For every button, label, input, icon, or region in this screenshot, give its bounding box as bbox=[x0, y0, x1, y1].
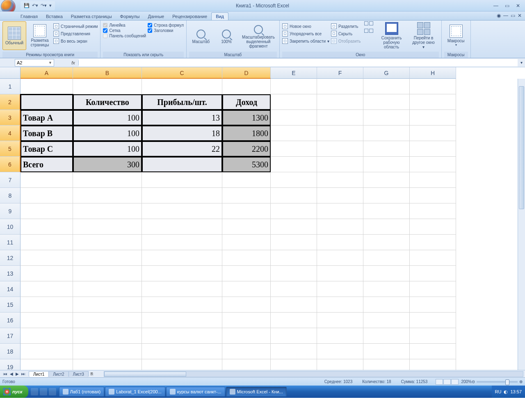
row-header-11[interactable]: 11 bbox=[0, 235, 21, 250]
cell-A18[interactable] bbox=[21, 344, 73, 359]
cell-B3[interactable]: 100 bbox=[73, 110, 142, 126]
cell-D15[interactable] bbox=[222, 297, 271, 313]
cell-A3[interactable]: Товар А bbox=[21, 110, 73, 126]
message-bar-checkbox[interactable]: Панель сообщений bbox=[103, 34, 146, 38]
cell-D13[interactable] bbox=[222, 266, 271, 281]
cell-E9[interactable] bbox=[271, 203, 317, 219]
cell-E14[interactable] bbox=[271, 281, 317, 297]
cell-H15[interactable] bbox=[410, 297, 456, 313]
cell-D5[interactable]: 2200 bbox=[222, 141, 271, 157]
cell-F11[interactable] bbox=[317, 235, 363, 250]
cell-D1[interactable] bbox=[222, 79, 271, 94]
cell-A17[interactable] bbox=[21, 328, 73, 344]
cell-E5[interactable] bbox=[271, 141, 317, 157]
ql-desktop-icon[interactable] bbox=[40, 388, 47, 395]
row-header-6[interactable]: 6 bbox=[0, 157, 21, 172]
cell-F6[interactable] bbox=[317, 157, 363, 172]
cell-F5[interactable] bbox=[317, 141, 363, 157]
cell-D10[interactable] bbox=[222, 219, 271, 235]
col-header-G[interactable]: G bbox=[363, 67, 410, 79]
qat-redo-icon[interactable]: ↷▾ bbox=[41, 3, 47, 8]
start-button[interactable]: пуск bbox=[0, 386, 28, 398]
ql-ie-icon[interactable] bbox=[31, 388, 38, 395]
col-header-F[interactable]: F bbox=[317, 67, 363, 79]
cell-D9[interactable] bbox=[222, 203, 271, 219]
row-header-10[interactable]: 10 bbox=[0, 219, 21, 235]
zoom-level[interactable]: 200% bbox=[461, 379, 472, 384]
cell-B4[interactable]: 100 bbox=[73, 126, 142, 141]
view-page-layout-icon[interactable] bbox=[443, 379, 451, 385]
office-button[interactable] bbox=[1, 0, 16, 11]
cell-B11[interactable] bbox=[73, 235, 142, 250]
page-break-button[interactable]: Страничный режим bbox=[53, 23, 98, 30]
cell-H16[interactable] bbox=[410, 313, 456, 328]
cell-A16[interactable] bbox=[21, 313, 73, 328]
cell-A15[interactable] bbox=[21, 297, 73, 313]
vertical-scrollbar[interactable] bbox=[518, 79, 525, 370]
cell-E15[interactable] bbox=[271, 297, 317, 313]
cell-A10[interactable] bbox=[21, 219, 73, 235]
maximize-button[interactable]: ▭ bbox=[503, 3, 511, 9]
cell-C10[interactable] bbox=[142, 219, 222, 235]
cell-B9[interactable] bbox=[73, 203, 142, 219]
cell-B8[interactable] bbox=[73, 188, 142, 203]
cell-G9[interactable] bbox=[363, 203, 410, 219]
cell-F12[interactable] bbox=[317, 250, 363, 266]
cell-C12[interactable] bbox=[142, 250, 222, 266]
cell-D3[interactable]: 1300 bbox=[222, 110, 271, 126]
cell-G1[interactable] bbox=[363, 79, 410, 94]
cell-C19[interactable] bbox=[142, 359, 222, 370]
sheet-nav-prev-icon[interactable]: ◀ bbox=[9, 372, 14, 376]
cell-D4[interactable]: 1800 bbox=[222, 126, 271, 141]
tab-data[interactable]: Данные bbox=[144, 13, 168, 20]
cell-H10[interactable] bbox=[410, 219, 456, 235]
freeze-panes-button[interactable]: Закрепить области ▾ bbox=[282, 38, 329, 44]
cell-C5[interactable]: 22 bbox=[142, 141, 222, 157]
cell-E11[interactable] bbox=[271, 235, 317, 250]
cell-E2[interactable] bbox=[271, 94, 317, 110]
tab-view[interactable]: Вид bbox=[211, 12, 228, 20]
cell-C6[interactable] bbox=[142, 157, 222, 172]
cell-E6[interactable] bbox=[271, 157, 317, 172]
cell-E13[interactable] bbox=[271, 266, 317, 281]
cell-F3[interactable] bbox=[317, 110, 363, 126]
cell-D19[interactable] bbox=[222, 359, 271, 370]
cell-B15[interactable] bbox=[73, 297, 142, 313]
cell-H2[interactable] bbox=[410, 94, 456, 110]
cell-A4[interactable]: Товар В bbox=[21, 126, 73, 141]
formula-bar-checkbox[interactable]: Строка формул bbox=[148, 23, 184, 27]
row-header-13[interactable]: 13 bbox=[0, 266, 21, 281]
cell-H12[interactable] bbox=[410, 250, 456, 266]
taskbar-item-4[interactable]: Microsoft Excel - Кни... bbox=[226, 387, 287, 397]
sheet-tab-1[interactable]: Лист1 bbox=[29, 371, 49, 377]
new-window-button[interactable]: Новое окно bbox=[282, 23, 329, 30]
cell-G15[interactable] bbox=[363, 297, 410, 313]
page-layout-button[interactable]: Разметка страницы bbox=[28, 21, 52, 50]
cell-D8[interactable] bbox=[222, 188, 271, 203]
col-header-D[interactable]: D bbox=[222, 67, 271, 79]
cell-C17[interactable] bbox=[142, 328, 222, 344]
cell-E18[interactable] bbox=[271, 344, 317, 359]
cell-C13[interactable] bbox=[142, 266, 222, 281]
name-box[interactable]: A2▼ bbox=[15, 59, 54, 66]
cell-F15[interactable] bbox=[317, 297, 363, 313]
zoom-button[interactable]: Масштаб bbox=[189, 21, 213, 50]
zoom-slider[interactable] bbox=[477, 381, 518, 383]
row-header-8[interactable]: 8 bbox=[0, 188, 21, 203]
zoom-selection-button[interactable]: Масштабировать выделенный фрагмент bbox=[240, 21, 277, 50]
col-header-H[interactable]: H bbox=[410, 67, 456, 79]
cell-A14[interactable] bbox=[21, 281, 73, 297]
cell-E16[interactable] bbox=[271, 313, 317, 328]
cell-H6[interactable] bbox=[410, 157, 456, 172]
view-page-break-icon[interactable] bbox=[451, 379, 459, 385]
cell-F18[interactable] bbox=[317, 344, 363, 359]
col-header-B[interactable]: B bbox=[73, 67, 142, 79]
cell-C1[interactable] bbox=[142, 79, 222, 94]
sheet-tab-3[interactable]: Лист3 bbox=[68, 371, 89, 377]
view-normal-icon[interactable] bbox=[436, 379, 443, 385]
cell-F7[interactable] bbox=[317, 172, 363, 188]
select-all-button[interactable] bbox=[0, 67, 21, 79]
cell-F13[interactable] bbox=[317, 266, 363, 281]
cell-B14[interactable] bbox=[73, 281, 142, 297]
cell-C9[interactable] bbox=[142, 203, 222, 219]
